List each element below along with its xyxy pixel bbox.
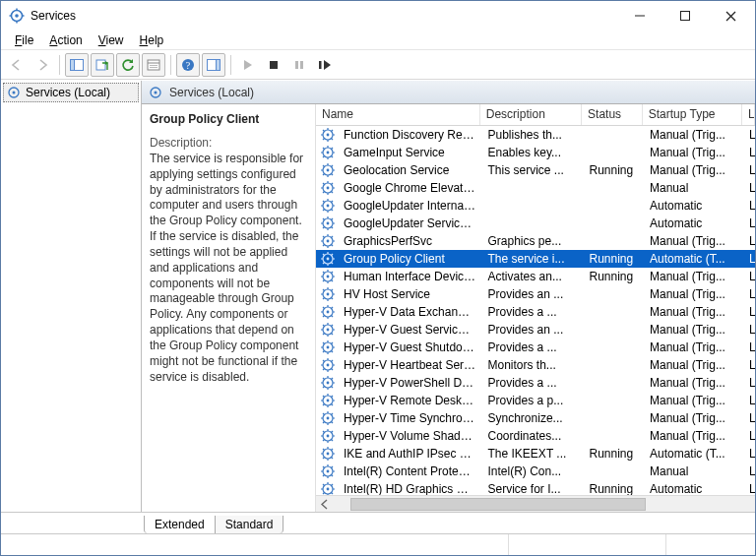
service-gear-icon	[320, 481, 336, 495]
svg-line-65	[323, 183, 325, 185]
cell-description: Coordinates...	[482, 429, 584, 443]
svg-line-235	[323, 484, 325, 486]
cell-description: Graphics pe...	[482, 234, 584, 248]
cell-startup: Manual (Trig...	[644, 429, 743, 443]
table-row[interactable]: Hyper-V Guest Service Inter...Provides a…	[316, 321, 755, 339]
table-row[interactable]: GameInput ServiceEnables key...Manual (T…	[316, 144, 755, 161]
cell-logon: Loca	[743, 376, 755, 390]
svg-point-90	[327, 240, 330, 243]
services-rows[interactable]: Function Discovery Resourc...Publishes t…	[316, 126, 755, 495]
table-row[interactable]: GoogleUpdater Service 129...AutomaticLoc…	[316, 215, 755, 232]
table-row[interactable]: Hyper-V Data Exchange Ser...Provides a .…	[316, 303, 755, 321]
cell-description: Monitors th...	[482, 358, 584, 372]
table-row[interactable]: Group Policy ClientThe service i...Runni…	[316, 250, 755, 268]
table-row[interactable]: Intel(R) HD Graphics Contro...Service fo…	[316, 480, 755, 495]
svg-line-167	[332, 360, 334, 362]
menu-action[interactable]: Action	[41, 32, 90, 48]
svg-line-185	[323, 396, 325, 398]
col-logon[interactable]: Log	[742, 104, 755, 125]
svg-line-115	[323, 272, 325, 274]
table-row[interactable]: GoogleUpdater InternalServ...AutomaticLo…	[316, 197, 755, 215]
scrollbar-thumb[interactable]	[350, 498, 646, 511]
stop-service-button[interactable]	[262, 53, 285, 77]
col-startup[interactable]: Startup Type	[643, 104, 742, 125]
status-pane	[1, 534, 509, 555]
table-row[interactable]: Hyper-V Time Synchronizati...Synchronize…	[316, 409, 755, 427]
cell-name: Intel(R) HD Graphics Contro...	[338, 482, 482, 495]
pause-service-button[interactable]	[287, 53, 311, 77]
col-description[interactable]: Description	[480, 104, 582, 125]
back-button[interactable]	[5, 53, 29, 77]
svg-line-116	[332, 280, 334, 282]
col-name[interactable]: Name	[316, 104, 480, 125]
svg-point-210	[327, 453, 330, 456]
menu-help[interactable]: Help	[132, 32, 172, 48]
cell-name: GoogleUpdater InternalServ...	[338, 199, 482, 213]
close-button[interactable]	[708, 1, 753, 31]
table-row[interactable]: Hyper-V Heartbeat ServiceMonitors th...M…	[316, 356, 755, 374]
horizontal-scrollbar[interactable]	[316, 495, 755, 512]
help-button[interactable]: ?	[176, 53, 200, 77]
restart-service-button[interactable]	[313, 53, 337, 77]
table-row[interactable]: Google Chrome Elevation S...ManualLoca	[316, 179, 755, 197]
menu-file[interactable]: File	[7, 32, 41, 48]
export-list-button[interactable]	[91, 53, 114, 77]
maximize-button[interactable]	[662, 1, 708, 31]
cell-name: Function Discovery Resourc...	[338, 128, 482, 142]
svg-line-46	[332, 156, 334, 158]
svg-point-80	[327, 222, 330, 225]
selected-service-name: Group Policy Client	[150, 112, 307, 136]
svg-rect-23	[300, 61, 303, 69]
cell-name: Group Policy Client	[338, 252, 482, 266]
cell-name: Human Interface Device Ser...	[338, 270, 482, 283]
table-row[interactable]: GraphicsPerfSvcGraphics pe...Manual (Tri…	[316, 232, 755, 250]
table-row[interactable]: Hyper-V Remote Desktop Vi...Provides a p…	[316, 392, 755, 409]
svg-line-67	[332, 183, 334, 185]
svg-rect-12	[96, 60, 105, 70]
table-row[interactable]: Human Interface Device Ser...Activates a…	[316, 268, 755, 285]
cell-name: IKE and AuthIP IPsec Keying...	[338, 447, 482, 461]
scroll-left-icon[interactable]	[316, 496, 333, 513]
col-status[interactable]: Status	[582, 104, 643, 125]
tab-extended[interactable]: Extended	[144, 516, 216, 533]
svg-line-107	[332, 254, 334, 256]
service-gear-icon	[320, 269, 336, 284]
cell-startup: Manual (Trig...	[644, 358, 743, 372]
svg-line-165	[323, 360, 325, 362]
cell-logon: Loca	[743, 323, 755, 337]
table-row[interactable]: Function Discovery Resourc...Publishes t…	[316, 126, 755, 144]
properties-button[interactable]	[142, 53, 165, 77]
cell-logon: Loca	[743, 429, 755, 443]
service-gear-icon	[320, 233, 336, 249]
column-headers: Name Description Status Startup Type Log	[316, 104, 755, 126]
start-service-button[interactable]	[236, 53, 260, 77]
result-pane-header: Services (Local)	[142, 81, 755, 104]
svg-line-66	[332, 192, 334, 194]
console-tree[interactable]: Services (Local)	[1, 81, 142, 512]
table-row[interactable]: Intel(R) Content Protection ...Intel(R) …	[316, 463, 755, 480]
minimize-button[interactable]	[617, 1, 662, 31]
table-row[interactable]: Geolocation ServiceThis service ...Runni…	[316, 161, 755, 179]
tree-node-services-local[interactable]: Services (Local)	[3, 83, 139, 102]
svg-line-86	[332, 227, 334, 229]
cell-logon: Loca	[743, 340, 755, 354]
show-hide-tree-button[interactable]	[65, 53, 89, 77]
table-row[interactable]: Hyper-V Guest Shutdown S...Provides a ..…	[316, 339, 755, 356]
svg-line-196	[332, 422, 334, 424]
svg-line-78	[323, 210, 325, 212]
menu-view[interactable]: View	[91, 32, 132, 48]
toolbar-panel-button[interactable]	[202, 53, 225, 77]
svg-line-48	[323, 156, 325, 158]
svg-line-147	[332, 325, 334, 327]
tab-standard[interactable]: Standard	[215, 516, 284, 533]
table-row[interactable]: Hyper-V PowerShell Direct ...Provides a …	[316, 374, 755, 392]
refresh-button[interactable]	[116, 53, 140, 77]
cell-description: Intel(R) Con...	[482, 464, 584, 478]
table-row[interactable]: HV Host ServiceProvides an ...Manual (Tr…	[316, 285, 755, 303]
service-gear-icon	[320, 410, 336, 426]
table-row[interactable]: IKE and AuthIP IPsec Keying...The IKEEXT…	[316, 445, 755, 463]
table-row[interactable]: Hyper-V Volume Shadow C...Coordinates...…	[316, 427, 755, 445]
forward-button[interactable]	[31, 53, 54, 77]
toolbar-separator	[170, 55, 171, 75]
svg-point-1	[15, 14, 19, 18]
